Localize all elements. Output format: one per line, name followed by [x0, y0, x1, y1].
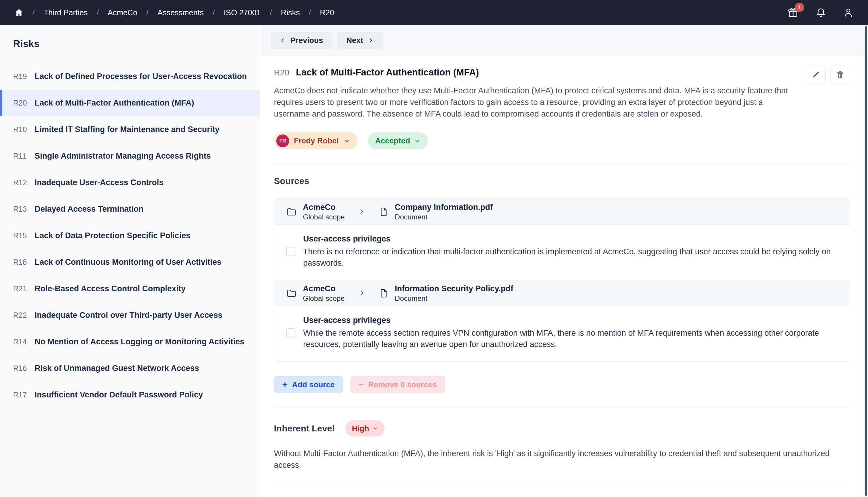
risk-id: R20 [13, 99, 29, 107]
sidebar-item-r15[interactable]: R15 Lack of Data Protection Specific Pol… [0, 223, 260, 249]
source-scope-name: AcmeCo [303, 203, 345, 212]
source-file-type: Document [395, 213, 493, 221]
finding-checkbox[interactable] [286, 328, 295, 338]
page-scrollbar [864, 25, 868, 497]
risks-sidebar: Risks R19 Lack of Defined Processes for … [0, 25, 260, 497]
edit-button[interactable] [806, 65, 826, 84]
add-source-button[interactable]: + Add source [274, 376, 343, 393]
previous-label: Previous [290, 36, 323, 45]
sidebar-item-r11[interactable]: R11 Single Administrator Managing Access… [0, 143, 260, 169]
scrollbar-thumb[interactable] [865, 26, 867, 496]
risk-id: R10 [13, 125, 29, 134]
finding-title: User-access privileges [303, 316, 834, 325]
risk-id: R17 [13, 390, 29, 399]
risk-id: R22 [13, 311, 29, 320]
owner-dropdown[interactable]: FR Fredy Robel [274, 132, 358, 150]
chevron-down-icon [372, 425, 378, 431]
risk-label: Limited IT Staffing for Maintenance and … [35, 125, 220, 134]
previous-button[interactable]: Previous [271, 32, 332, 49]
plus-icon: + [282, 380, 288, 389]
finding-text: There is no reference or indication that… [303, 246, 834, 269]
source-scope-type: Global scope [303, 294, 345, 302]
breadcrumb-acmeco[interactable]: AcmeCo [108, 8, 138, 17]
sidebar-item-r10[interactable]: R10 Limited IT Staffing for Maintenance … [0, 116, 260, 143]
home-icon[interactable] [14, 8, 24, 17]
source-file-name: Information Security Policy.pdf [395, 284, 513, 293]
risk-id: R21 [13, 284, 29, 293]
sidebar-item-r19[interactable]: R19 Lack of Defined Processes for User-A… [0, 63, 260, 90]
breadcrumb-separator: / [212, 8, 215, 17]
breadcrumb-separator: / [32, 8, 35, 17]
remove-sources-label: Remove 0 sources [368, 380, 437, 389]
pencil-icon [811, 70, 820, 79]
inherent-level-dropdown[interactable]: High [345, 421, 385, 437]
sidebar-item-r21[interactable]: R21 Role-Based Access Control Complexity [0, 275, 260, 302]
sidebar-item-r17[interactable]: R17 Insufficient Vendor Default Password… [0, 382, 260, 408]
chevron-left-icon [280, 38, 286, 43]
next-label: Next [346, 36, 363, 45]
risk-id: R11 [13, 152, 29, 160]
main-panel: Previous Next R20 Lack of Multi-Factor A… [261, 25, 868, 497]
sources-section: Sources AcmeCo Global scope [274, 164, 850, 407]
finding-row: User-access privileges While the remote … [274, 306, 850, 361]
risk-id: R15 [13, 231, 29, 240]
breadcrumb-assessments[interactable]: Assessments [157, 8, 204, 17]
finding-checkbox[interactable] [286, 247, 295, 256]
inherent-level-section: Inherent Level High Without Multi-Factor… [274, 407, 850, 486]
chevron-down-icon [414, 138, 421, 144]
risk-label: Inadequate User-Access Controls [35, 178, 164, 187]
risk-label: Role-Based Access Control Complexity [35, 284, 185, 293]
breadcrumb: / Third Parties / AcmeCo / Assessments /… [14, 8, 334, 17]
risk-id: R19 [13, 72, 29, 81]
risk-id: R12 [13, 178, 29, 187]
risk-label: Lack of Continuous Monitoring of User Ac… [35, 258, 221, 267]
page-title: Lack of Multi-Factor Authentication (MFA… [296, 67, 479, 78]
chevron-right-icon [368, 38, 374, 43]
risk-label: Single Administrator Managing Access Rig… [35, 152, 211, 161]
mitigating-controls-section: Mitigating Controls [274, 486, 850, 497]
gift-icon[interactable]: 1 [787, 7, 799, 18]
finding-text: While the remote access section requires… [303, 327, 834, 350]
source-group: AcmeCo Global scope Information Security… [274, 280, 850, 361]
source-header[interactable]: AcmeCo Global scope Company Information.… [274, 199, 850, 225]
risk-label: Delayed Access Termination [35, 204, 143, 214]
sidebar-item-r16[interactable]: R16 Risk of Unmanaged Guest Network Acce… [0, 355, 260, 382]
inherent-level-heading: Inherent Level [274, 423, 334, 434]
sidebar-item-r18[interactable]: R18 Lack of Continuous Monitoring of Use… [0, 249, 260, 275]
sidebar-item-r12[interactable]: R12 Inadequate User-Access Controls [0, 169, 260, 196]
document-icon [378, 207, 389, 217]
chevron-down-icon [343, 138, 350, 144]
source-header[interactable]: AcmeCo Global scope Information Security… [274, 280, 850, 306]
breadcrumb-third-parties[interactable]: Third Parties [44, 8, 87, 17]
avatar: FR [276, 134, 289, 147]
breadcrumb-separator: / [97, 8, 99, 17]
remove-sources-button[interactable]: − Remove 0 sources [350, 376, 445, 393]
source-file-name: Company Information.pdf [395, 203, 493, 212]
source-file-type: Document [395, 294, 513, 302]
sidebar-item-r20[interactable]: R20 Lack of Multi-Factor Authentication … [0, 90, 260, 116]
inherent-level-value: High [352, 424, 369, 433]
sidebar-item-r22[interactable]: R22 Inadequate Control over Third-party … [0, 302, 260, 329]
folder-icon [286, 288, 297, 298]
risk-label: Lack of Data Protection Specific Policie… [35, 231, 190, 240]
owner-name: Fredy Robel [294, 136, 339, 145]
status-dropdown[interactable]: Accepted [368, 132, 428, 150]
sidebar-item-r13[interactable]: R13 Delayed Access Termination [0, 196, 260, 223]
document-icon [378, 288, 389, 298]
risk-label: Risk of Unmanaged Guest Network Access [35, 364, 199, 373]
sidebar-title: Risks [13, 38, 260, 49]
user-icon[interactable] [843, 7, 854, 18]
next-button[interactable]: Next [337, 32, 383, 49]
breadcrumb-risks[interactable]: Risks [281, 8, 300, 17]
breadcrumb-r20[interactable]: R20 [320, 8, 334, 17]
risk-label: Lack of Multi-Factor Authentication (MFA… [35, 98, 194, 108]
sidebar-item-r14[interactable]: R14 No Mention of Access Logging or Moni… [0, 329, 260, 355]
delete-button[interactable] [830, 65, 850, 84]
minus-icon: − [359, 380, 364, 389]
breadcrumb-iso-27001[interactable]: ISO 27001 [224, 8, 261, 17]
pager-toolbar: Previous Next [261, 25, 868, 56]
bell-icon[interactable] [815, 7, 826, 18]
sources-table: AcmeCo Global scope Company Information.… [274, 199, 850, 361]
risk-id: R18 [13, 258, 29, 267]
risk-label: No Mention of Access Logging or Monitori… [35, 337, 244, 346]
